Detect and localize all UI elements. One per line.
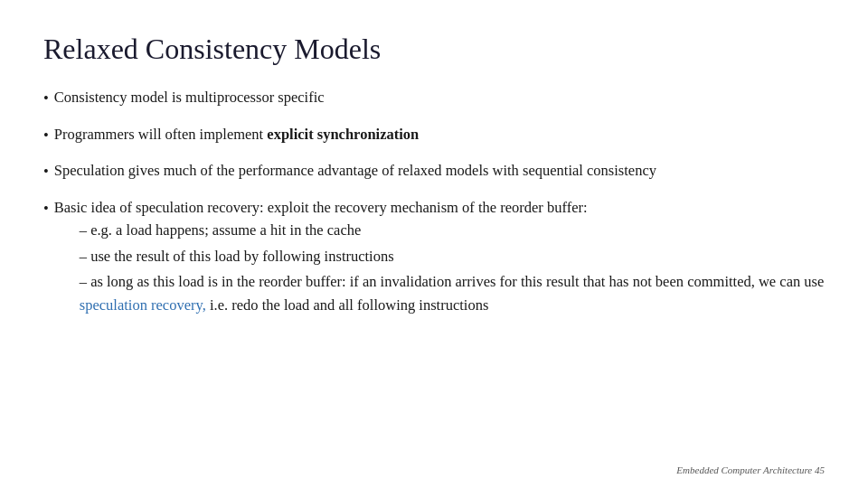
bullet-marker-2: • [43, 124, 49, 147]
sub-bullet-2: – use the result of this load by followi… [80, 245, 825, 268]
bullet-marker-4: • [43, 197, 49, 221]
bullet-item-3: • Speculation gives much of the performa… [43, 159, 825, 183]
speculation-recovery-link: speculation recovery, [80, 296, 206, 314]
slide: Relaxed Consistency Models • Consistency… [0, 0, 868, 488]
sub-bullet-text-3: – as long as this load is in the reorder… [80, 270, 825, 316]
sub-bullet-text-2: – use the result of this load by followi… [80, 245, 825, 268]
bullet-item-2: • Programmers will often implement expli… [43, 123, 825, 147]
bullet-marker-3: • [43, 160, 49, 183]
bullet-text-2-bold: explicit synchronization [267, 126, 419, 143]
bullet-text-2: Programmers will often implement explici… [54, 123, 825, 146]
bullet-text-4: Basic idea of speculation recovery: expl… [54, 196, 825, 320]
sub-bullet-text-1: – e.g. a load happens; assume a hit in t… [80, 219, 825, 242]
bullet-text-2-before: Programmers will often implement [54, 126, 268, 143]
sub-bullet-group: – e.g. a load happens; assume a hit in t… [80, 219, 825, 316]
bullet-item-1: • Consistency model is multiprocessor sp… [43, 86, 825, 110]
bullet-item-4: • Basic idea of speculation recovery: ex… [43, 196, 825, 320]
sub-bullet-1: – e.g. a load happens; assume a hit in t… [80, 219, 825, 242]
bullet-marker-1: • [43, 87, 49, 110]
sub-bullet-3: – as long as this load is in the reorder… [80, 270, 825, 316]
slide-content: • Consistency model is multiprocessor sp… [43, 86, 825, 320]
bullet-text-3: Speculation gives much of the performanc… [54, 159, 825, 183]
bullet-text-1: Consistency model is multiprocessor spec… [54, 86, 825, 109]
slide-footer: Embedded Computer Architecture 45 [676, 465, 825, 475]
slide-title: Relaxed Consistency Models [43, 33, 825, 66]
bullet-text-4-main: Basic idea of speculation recovery: expl… [54, 199, 588, 216]
